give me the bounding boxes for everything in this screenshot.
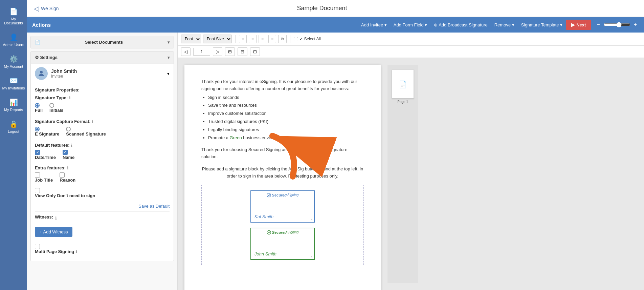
back-button[interactable]: ◁ We Sign xyxy=(34,4,59,13)
invitations-icon: ✉️ xyxy=(9,77,18,85)
sig-type-full-option[interactable]: Full xyxy=(35,103,43,113)
font-select[interactable]: Font xyxy=(181,35,201,43)
sidebar-item-my-account[interactable]: ⚙️ My Account xyxy=(0,51,27,72)
doc-paragraph-3: Please add a signature block by clicking… xyxy=(201,166,364,180)
datetime-checkbox[interactable]: ✓ xyxy=(35,150,40,155)
sig-capture-info-icon[interactable]: ℹ xyxy=(92,119,93,124)
sidebar-item-my-invitations[interactable]: ✉️ My Invitations xyxy=(0,72,27,94)
sidebar-item-my-documents[interactable]: 📄 My Documents xyxy=(0,3,27,29)
sig-capture-scanned-radio[interactable] xyxy=(66,127,71,131)
multi-page-option[interactable]: Multi Page Signing ℹ xyxy=(35,244,170,254)
main-content: ◁ We Sign Sample Document Actions + Add … xyxy=(27,0,644,290)
toolbar-separator-2 xyxy=(290,35,290,43)
multi-page-checkbox[interactable] xyxy=(35,244,40,249)
view-only-checkbox[interactable] xyxy=(35,188,40,193)
logout-icon: 🔒 xyxy=(9,120,18,128)
align-left-button[interactable]: ≡ xyxy=(239,35,247,43)
save-default-link[interactable]: Save as Default xyxy=(35,204,170,209)
job-title-label: Job Title xyxy=(35,178,53,183)
next-button[interactable]: ▶ Next xyxy=(566,20,591,30)
sig-type-initials-label: Initials xyxy=(49,108,63,113)
bullet-2: Save time and resources xyxy=(208,102,364,109)
user-role: Invitee xyxy=(51,74,167,79)
sig-properties-label: Signature Properties: xyxy=(35,87,170,92)
page-layout-button[interactable]: ⊡ xyxy=(250,47,260,56)
sig-block-john-logo: Secured Signing xyxy=(267,230,299,235)
settings-label: ⚙ Settings xyxy=(35,55,58,60)
add-invitee-button[interactable]: + Add Invitee ▾ xyxy=(354,20,390,29)
name-label: Name xyxy=(63,155,74,160)
sig-block-kat-name: Kat Smith xyxy=(254,214,273,219)
name-checkbox[interactable]: ✓ xyxy=(63,150,68,155)
remove-button[interactable]: Remove ▾ xyxy=(491,20,518,29)
zoom-fit-button[interactable]: ⊞ xyxy=(225,47,235,56)
sig-type-info-icon[interactable]: ℹ xyxy=(69,96,71,100)
reason-checkbox[interactable] xyxy=(60,172,65,178)
documents-icon: 📄 xyxy=(9,7,18,16)
default-features-label: Default features: xyxy=(35,143,70,148)
copy-button[interactable]: ⧉ xyxy=(278,35,287,43)
view-only-option[interactable]: View Only Don't need to sign xyxy=(35,188,95,198)
align-right-button[interactable]: ≡ xyxy=(259,35,266,43)
sidebar: 📄 My Documents 👤 Admin Users ⚙️ My Accou… xyxy=(0,0,27,290)
next-page-button[interactable]: ▷ xyxy=(213,47,222,56)
select-all-checkbox[interactable]: ✓ Select All xyxy=(294,37,321,41)
prev-page-button[interactable]: ◁ xyxy=(181,47,191,56)
zoom-slider[interactable] xyxy=(603,22,630,27)
job-title-checkbox[interactable] xyxy=(35,172,40,178)
sidebar-item-logout[interactable]: 🔒 Logout xyxy=(0,116,27,138)
add-witness-button[interactable]: + Add Witness xyxy=(35,227,72,237)
add-form-field-button[interactable]: Add Form Field ▾ xyxy=(390,20,430,29)
select-docs-icon: 📄 xyxy=(35,40,40,45)
svg-point-2 xyxy=(267,193,271,197)
page-thumb-1[interactable]: 📄 Page 1 xyxy=(392,70,414,99)
sidebar-item-my-reports[interactable]: 📊 My Reports xyxy=(0,94,27,116)
page-thumb-label: Page 1 xyxy=(397,100,408,104)
justify-button[interactable]: ≡ xyxy=(268,35,276,43)
default-features-row: ✓ Date/Time ✓ Name xyxy=(35,150,170,163)
sig-type-initials-option[interactable]: Initials xyxy=(49,103,63,113)
sig-capture-esig-radio[interactable] xyxy=(35,127,40,131)
sig-capture-esig-option[interactable]: E Signature xyxy=(35,127,59,137)
multi-page-info-icon[interactable]: ℹ xyxy=(75,249,77,254)
extra-features-info-icon[interactable]: ℹ xyxy=(67,166,69,170)
page-number-input[interactable] xyxy=(193,48,210,56)
add-broadcast-signature-button[interactable]: ⊕ Add Broadcast Signature xyxy=(430,20,491,29)
multi-page-label: Multi Page Signing xyxy=(35,249,74,254)
zoom-out-button[interactable]: − xyxy=(595,21,602,28)
sidebar-item-admin-users[interactable]: 👤 Admin Users xyxy=(0,29,27,51)
left-panel: 📄 Select Documents ▾ ⚙ Settings ▾ xyxy=(27,33,178,290)
sig-block-john-name: John Smith xyxy=(254,251,276,256)
select-all-input[interactable] xyxy=(294,37,298,41)
sig-type-full-label: Full xyxy=(35,108,43,113)
user-info: John Smith Invitee xyxy=(51,68,167,79)
sig-capture-label: Signature Capture Format: xyxy=(35,119,91,124)
sig-type-full-radio[interactable] xyxy=(35,103,40,108)
zoom-in-button[interactable]: + xyxy=(632,21,639,28)
doc-scroll[interactable]: Thank you for your interest in eSigning.… xyxy=(178,58,644,290)
bullet-3: Improve customer satisfaction xyxy=(208,110,364,117)
sig-capture-scanned-option[interactable]: Scanned Signature xyxy=(66,127,106,137)
sig-block-john[interactable]: Secured Signing John Smith ⤡ xyxy=(250,228,315,260)
align-center-button[interactable]: ≡ xyxy=(249,35,257,43)
zoom-width-button[interactable]: ⊟ xyxy=(238,47,247,56)
user-card[interactable]: John Smith Invitee ▾ xyxy=(31,63,174,83)
bullet-1: Sign in seconds xyxy=(208,94,364,101)
select-docs-chevron: ▾ xyxy=(168,40,170,45)
font-size-select[interactable]: Font Size xyxy=(203,35,232,43)
signature-template-button[interactable]: Signature Template ▾ xyxy=(518,20,566,29)
reason-label: Reason xyxy=(60,178,75,183)
select-documents-header[interactable]: 📄 Select Documents ▾ xyxy=(31,36,174,48)
datetime-option[interactable]: ✓ Date/Time xyxy=(35,150,56,160)
sig-block-kat[interactable]: Secured Signing Kat Smith ⤡ xyxy=(250,190,315,223)
witness-info-icon[interactable]: ℹ xyxy=(55,216,57,221)
actions-label: Actions xyxy=(32,22,51,28)
body-area: 📄 Select Documents ▾ ⚙ Settings ▾ xyxy=(27,33,644,290)
svg-point-3 xyxy=(267,230,271,234)
job-title-option[interactable]: Job Title xyxy=(35,172,53,183)
name-option[interactable]: ✓ Name xyxy=(63,150,74,160)
default-features-info-icon[interactable]: ℹ xyxy=(71,143,72,148)
settings-header[interactable]: ⚙ Settings ▾ xyxy=(31,51,174,63)
sig-type-initials-radio[interactable] xyxy=(49,103,54,108)
reason-option[interactable]: Reason xyxy=(60,172,75,183)
